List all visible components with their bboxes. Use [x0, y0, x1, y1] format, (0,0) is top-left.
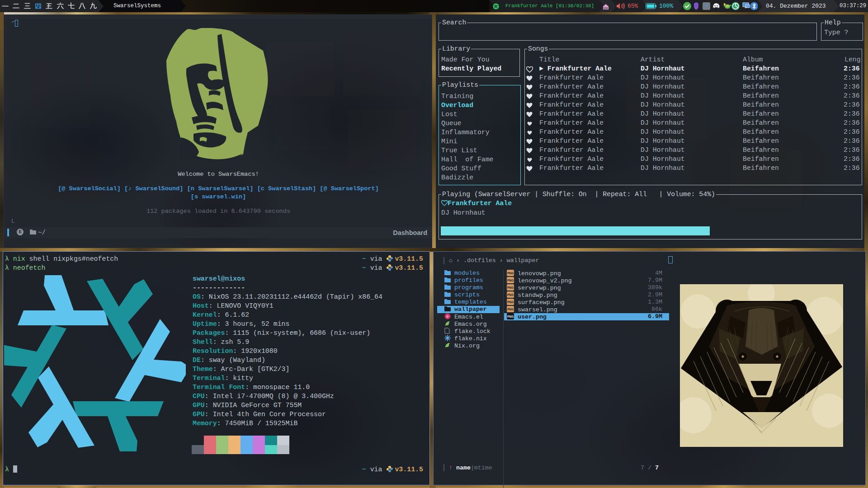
svg-text:PNG: PNG [507, 293, 514, 296]
svg-text:PNG: PNG [507, 315, 514, 318]
svg-text:PNG: PNG [507, 279, 514, 282]
svg-text:PNG: PNG [507, 272, 514, 275]
svg-text:e: e [446, 314, 448, 319]
svg-text:PNG: PNG [507, 308, 514, 311]
svg-text:PNG: PNG [507, 286, 514, 289]
svg-text:PNG: PNG [507, 300, 514, 304]
